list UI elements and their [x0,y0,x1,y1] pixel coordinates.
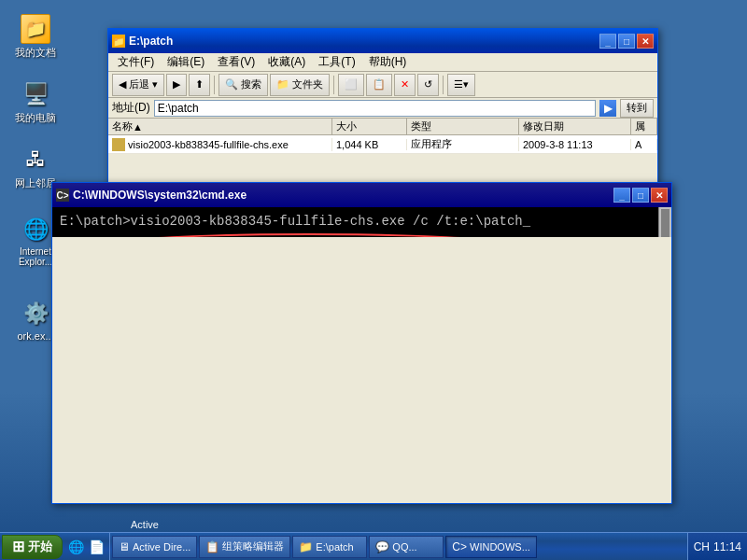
explorer-toolbar: ◀ 后退 ▾ ▶ ⬆ 🔍 搜索 📁 文件夹 ⬜ 📋 ✕ ↺ ☰▾ [108,72,657,98]
taskbar-item-qq[interactable]: 💬 QQ... [369,536,444,558]
start-button[interactable]: ⊞ 开始 [2,535,63,559]
file-list: 名称 ▲ 大小 类型 修改日期 属 visio2003-kb838345-ful… [108,119,657,154]
cmd-oval-annotation [62,233,557,237]
table-row[interactable]: visio2003-kb838345-fullfile-chs.exe 1,04… [108,135,657,154]
toolbar-sep-2 [333,76,334,94]
menu-help[interactable]: 帮助(H) [363,52,413,72]
address-go-button[interactable]: 转到 [620,99,654,118]
taskbar-item-group-policy[interactable]: 📋 组策略编辑器 [199,536,290,558]
toolbar-sep-1 [214,76,215,94]
address-input[interactable] [154,100,596,117]
undo-button[interactable]: ↺ [417,74,439,96]
file-date-cell: 2009-3-8 11:13 [519,139,631,150]
file-attr-cell: A [631,139,657,150]
explorer-menubar: 文件(F) 编辑(E) 查看(V) 收藏(A) 工具(T) 帮助(H) [108,53,657,72]
explorer-close-button[interactable]: ✕ [637,34,654,49]
file-icon [112,138,125,151]
explorer-minimize-button[interactable]: _ [599,34,616,49]
up-button[interactable]: ⬆ [189,74,210,96]
views-button[interactable]: ☰▾ [447,74,475,96]
cmd-minimize-button[interactable]: _ [613,188,630,203]
cmd-window-controls: _ □ ✕ [613,188,668,203]
cmd-maximize-button[interactable]: □ [632,188,649,203]
col-attr[interactable]: 属 [631,119,657,134]
col-size[interactable]: 大小 [332,119,407,134]
explorer-title-icon: 📁 [112,35,125,48]
taskbar-item-explorer[interactable]: 📁 E:\patch [292,536,367,558]
taskbar: ⊞ 开始 🌐 📄 🖥 Active Dire... 📋 组策略编辑器 📁 E:\… [0,532,747,560]
tray-clock: 11:14 [713,540,741,553]
explorer-window: 📁 E:\patch _ □ ✕ 文件(F) 编辑(E) 查看(V) 收藏(A)… [107,28,658,187]
menu-view[interactable]: 查看(V) [212,52,261,72]
back-button[interactable]: ◀ 后退 ▾ [112,74,164,96]
taskbar-item-active-dir[interactable]: 🖥 Active Dire... [112,536,197,558]
desktop: 📁 我的文档 🖥️ 我的电脑 🖧 网上邻居 🌐 InternetExplor..… [0,0,747,560]
explorer-titlebar: 📁 E:\patch _ □ ✕ [108,29,657,53]
file-size-cell: 1,044 KB [332,139,407,150]
toolbar-sep-3 [443,76,444,94]
ql-icon-browser[interactable]: 🌐 [66,538,85,556]
cmd-close-button[interactable]: ✕ [651,188,668,203]
file-type-cell: 应用程序 [407,137,519,151]
quick-launch: 🌐 📄 [63,533,110,560]
explorer-maximize-button[interactable]: □ [618,34,635,49]
menu-favorites[interactable]: 收藏(A) [262,52,311,72]
explorer-title: E:\patch [129,35,596,48]
delete-button[interactable]: ✕ [394,74,416,96]
col-date[interactable]: 修改日期 [519,119,631,134]
cmd-title: C:\WINDOWS\system32\cmd.exe [73,189,610,202]
desktop-icon-my-documents[interactable]: 📁 我的文档 [7,14,63,60]
search-button[interactable]: 🔍 搜索 [218,74,268,96]
cmd-window: C> C:\WINDOWS\system32\cmd.exe _ □ ✕ E:\… [51,182,672,504]
col-type[interactable]: 类型 [407,119,519,134]
taskbar-items: 🖥 Active Dire... 📋 组策略编辑器 📁 E:\patch 💬 Q… [110,533,687,560]
cmd-titlebar: C> C:\WINDOWS\system32\cmd.exe _ □ ✕ [52,183,671,207]
scrollbar-thumb[interactable] [661,209,669,237]
file-name-cell: visio2003-kb838345-fullfile-chs.exe [108,138,332,151]
address-label: 地址(D) [112,100,150,116]
address-bar: 地址(D) ▶ 转到 [108,98,657,119]
menu-tools[interactable]: 工具(T) [313,52,360,72]
menu-file[interactable]: 文件(F) [112,52,160,72]
copy-button[interactable]: ⬜ [338,74,364,96]
desktop-icon-my-computer[interactable]: 🖥️ 我的电脑 [7,79,63,125]
forward-button[interactable]: ▶ [166,74,187,96]
cmd-command-line: E:\patch>visio2003-kb838345-fullfile-chs… [60,213,664,231]
paste-button[interactable]: 📋 [366,74,392,96]
scrollbar[interactable] [658,207,671,237]
cmd-content: E:\patch>visio2003-kb838345-fullfile-chs… [52,207,671,237]
address-go-icon[interactable]: ▶ [599,100,616,117]
explorer-window-controls: _ □ ✕ [599,34,654,49]
folders-button[interactable]: 📁 文件夹 [270,74,330,96]
ql-icon-doc[interactable]: 📄 [87,538,106,556]
file-list-header: 名称 ▲ 大小 类型 修改日期 属 [108,119,657,135]
col-name[interactable]: 名称 ▲ [108,119,332,134]
menu-edit[interactable]: 编辑(E) [162,52,210,72]
cmd-title-icon: C> [56,189,69,202]
tray-icon-1: CH [694,540,710,553]
taskbar-item-windows[interactable]: C> WINDOWS... [445,536,536,558]
active-status-label: Active [131,519,159,530]
taskbar-tray: CH 11:14 [687,533,747,560]
